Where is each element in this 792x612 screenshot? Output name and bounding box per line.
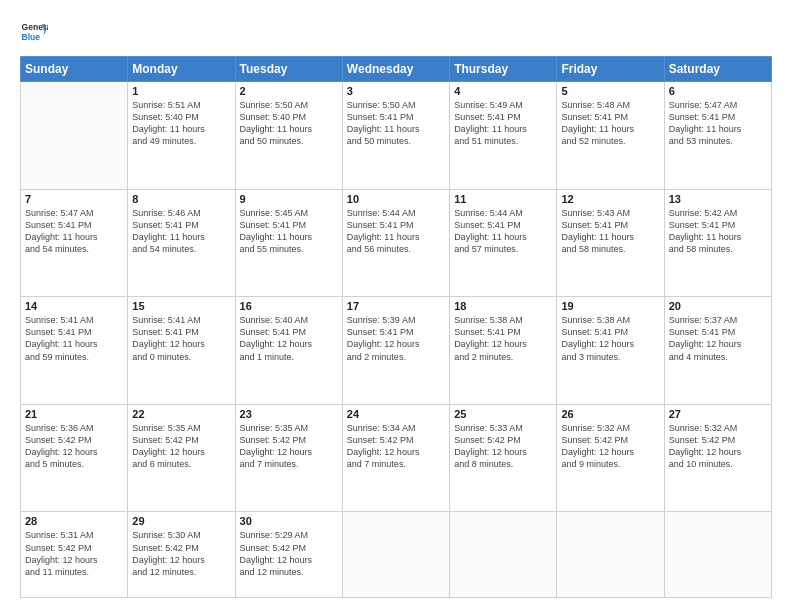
day-info-line: Sunset: 5:41 PM — [132, 326, 230, 338]
day-info-line: Daylight: 12 hours — [132, 338, 230, 350]
calendar-cell: 8Sunrise: 5:46 AMSunset: 5:41 PMDaylight… — [128, 189, 235, 297]
day-info-line: Sunrise: 5:38 AM — [454, 314, 552, 326]
day-info-line: Daylight: 11 hours — [454, 123, 552, 135]
day-info-line: Sunrise: 5:51 AM — [132, 99, 230, 111]
day-info-line: Sunset: 5:41 PM — [669, 219, 767, 231]
day-info-line: Sunset: 5:41 PM — [454, 111, 552, 123]
day-info: Sunrise: 5:36 AMSunset: 5:42 PMDaylight:… — [25, 422, 123, 471]
day-info-line: Daylight: 11 hours — [25, 338, 123, 350]
day-number: 22 — [132, 408, 230, 420]
day-info-line: Sunset: 5:41 PM — [561, 219, 659, 231]
day-info: Sunrise: 5:50 AMSunset: 5:40 PMDaylight:… — [240, 99, 338, 148]
day-number: 23 — [240, 408, 338, 420]
day-info-line: and 59 minutes. — [25, 351, 123, 363]
day-info-line: Sunset: 5:42 PM — [669, 434, 767, 446]
day-number: 2 — [240, 85, 338, 97]
day-number: 21 — [25, 408, 123, 420]
day-info-line: Sunrise: 5:34 AM — [347, 422, 445, 434]
day-info-line: Daylight: 12 hours — [240, 446, 338, 458]
day-info-line: Sunset: 5:41 PM — [561, 111, 659, 123]
calendar-cell: 5Sunrise: 5:48 AMSunset: 5:41 PMDaylight… — [557, 82, 664, 190]
day-info: Sunrise: 5:40 AMSunset: 5:41 PMDaylight:… — [240, 314, 338, 363]
day-info-line: Sunrise: 5:36 AM — [25, 422, 123, 434]
day-info-line: Sunrise: 5:41 AM — [25, 314, 123, 326]
day-info-line: Sunrise: 5:45 AM — [240, 207, 338, 219]
calendar-cell: 27Sunrise: 5:32 AMSunset: 5:42 PMDayligh… — [664, 404, 771, 512]
day-info-line: Sunrise: 5:44 AM — [454, 207, 552, 219]
day-info-line: Daylight: 11 hours — [132, 231, 230, 243]
calendar-cell: 19Sunrise: 5:38 AMSunset: 5:41 PMDayligh… — [557, 297, 664, 405]
day-info: Sunrise: 5:33 AMSunset: 5:42 PMDaylight:… — [454, 422, 552, 471]
day-info-line: and 50 minutes. — [240, 135, 338, 147]
day-number: 1 — [132, 85, 230, 97]
day-info: Sunrise: 5:31 AMSunset: 5:42 PMDaylight:… — [25, 529, 123, 578]
calendar-cell: 26Sunrise: 5:32 AMSunset: 5:42 PMDayligh… — [557, 404, 664, 512]
day-info: Sunrise: 5:44 AMSunset: 5:41 PMDaylight:… — [454, 207, 552, 256]
day-info-line: Sunset: 5:42 PM — [132, 434, 230, 446]
day-info-line: and 55 minutes. — [240, 243, 338, 255]
day-info-line: Daylight: 11 hours — [132, 123, 230, 135]
day-info-line: Sunrise: 5:32 AM — [561, 422, 659, 434]
day-info-line: Sunset: 5:41 PM — [347, 326, 445, 338]
day-info-line: Sunrise: 5:46 AM — [132, 207, 230, 219]
day-info: Sunrise: 5:32 AMSunset: 5:42 PMDaylight:… — [669, 422, 767, 471]
col-header-tuesday: Tuesday — [235, 57, 342, 82]
day-info-line: Sunrise: 5:50 AM — [347, 99, 445, 111]
day-info: Sunrise: 5:41 AMSunset: 5:41 PMDaylight:… — [132, 314, 230, 363]
day-info: Sunrise: 5:38 AMSunset: 5:41 PMDaylight:… — [561, 314, 659, 363]
day-info-line: Sunrise: 5:39 AM — [347, 314, 445, 326]
day-number: 14 — [25, 300, 123, 312]
day-info: Sunrise: 5:37 AMSunset: 5:41 PMDaylight:… — [669, 314, 767, 363]
day-number: 29 — [132, 515, 230, 527]
day-info-line: and 11 minutes. — [25, 566, 123, 578]
calendar-cell: 24Sunrise: 5:34 AMSunset: 5:42 PMDayligh… — [342, 404, 449, 512]
day-number: 18 — [454, 300, 552, 312]
day-info-line: Sunrise: 5:37 AM — [669, 314, 767, 326]
calendar-cell — [450, 512, 557, 598]
day-info: Sunrise: 5:34 AMSunset: 5:42 PMDaylight:… — [347, 422, 445, 471]
day-info-line: Sunset: 5:41 PM — [132, 219, 230, 231]
day-info-line: Sunset: 5:42 PM — [25, 542, 123, 554]
day-info-line: Daylight: 12 hours — [561, 446, 659, 458]
day-info-line: Sunset: 5:41 PM — [240, 326, 338, 338]
day-info: Sunrise: 5:47 AMSunset: 5:41 PMDaylight:… — [25, 207, 123, 256]
day-number: 15 — [132, 300, 230, 312]
day-info: Sunrise: 5:49 AMSunset: 5:41 PMDaylight:… — [454, 99, 552, 148]
day-info-line: Sunset: 5:41 PM — [669, 111, 767, 123]
day-info-line: and 9 minutes. — [561, 458, 659, 470]
day-info-line: Sunset: 5:41 PM — [25, 326, 123, 338]
day-info-line: Sunset: 5:42 PM — [454, 434, 552, 446]
day-info-line: Daylight: 12 hours — [347, 446, 445, 458]
day-info-line: and 2 minutes. — [347, 351, 445, 363]
day-info-line: Sunset: 5:40 PM — [132, 111, 230, 123]
day-info: Sunrise: 5:32 AMSunset: 5:42 PMDaylight:… — [561, 422, 659, 471]
day-info-line: Daylight: 12 hours — [132, 446, 230, 458]
day-info-line: Sunset: 5:41 PM — [347, 111, 445, 123]
day-info-line: Daylight: 12 hours — [669, 338, 767, 350]
page: General Blue SundayMondayTuesdayWednesda… — [0, 0, 792, 612]
day-number: 3 — [347, 85, 445, 97]
calendar-cell: 15Sunrise: 5:41 AMSunset: 5:41 PMDayligh… — [128, 297, 235, 405]
day-info-line: and 56 minutes. — [347, 243, 445, 255]
calendar-cell — [664, 512, 771, 598]
day-info: Sunrise: 5:50 AMSunset: 5:41 PMDaylight:… — [347, 99, 445, 148]
calendar-cell — [557, 512, 664, 598]
day-info-line: Sunrise: 5:33 AM — [454, 422, 552, 434]
day-info-line: Sunrise: 5:38 AM — [561, 314, 659, 326]
week-row-3: 14Sunrise: 5:41 AMSunset: 5:41 PMDayligh… — [21, 297, 772, 405]
calendar-cell — [342, 512, 449, 598]
calendar-cell: 2Sunrise: 5:50 AMSunset: 5:40 PMDaylight… — [235, 82, 342, 190]
day-number: 5 — [561, 85, 659, 97]
calendar-cell: 11Sunrise: 5:44 AMSunset: 5:41 PMDayligh… — [450, 189, 557, 297]
day-info-line: Sunrise: 5:47 AM — [669, 99, 767, 111]
logo-icon: General Blue — [20, 18, 48, 46]
day-info: Sunrise: 5:35 AMSunset: 5:42 PMDaylight:… — [240, 422, 338, 471]
day-info-line: and 52 minutes. — [561, 135, 659, 147]
day-info: Sunrise: 5:29 AMSunset: 5:42 PMDaylight:… — [240, 529, 338, 578]
calendar-cell: 23Sunrise: 5:35 AMSunset: 5:42 PMDayligh… — [235, 404, 342, 512]
day-info-line: Sunrise: 5:35 AM — [132, 422, 230, 434]
day-number: 24 — [347, 408, 445, 420]
col-header-monday: Monday — [128, 57, 235, 82]
day-info-line: Sunset: 5:42 PM — [347, 434, 445, 446]
day-info: Sunrise: 5:41 AMSunset: 5:41 PMDaylight:… — [25, 314, 123, 363]
